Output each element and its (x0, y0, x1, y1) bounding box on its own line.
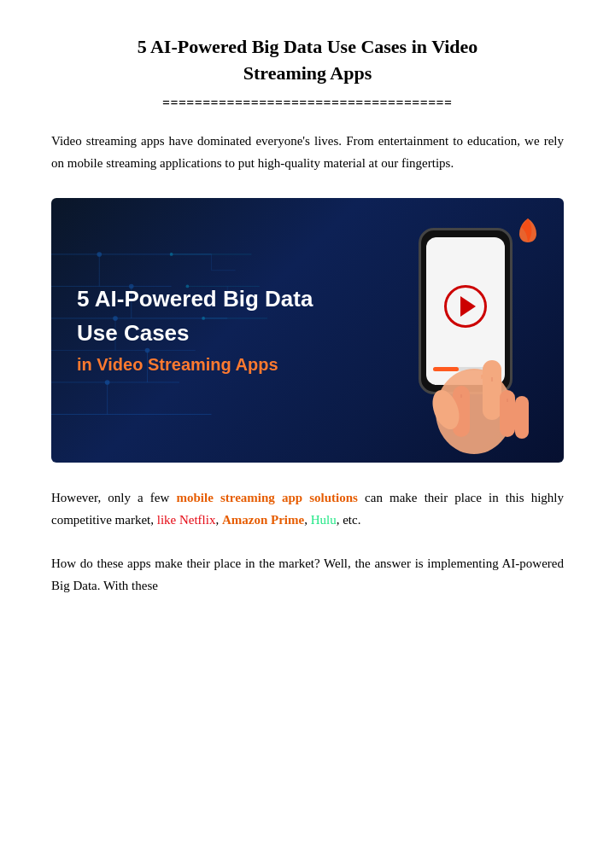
netflix-link[interactable]: like Netflix (157, 513, 216, 527)
banner-text-block: 5 AI-Powered Big Data Use Cases in Video… (77, 285, 313, 376)
banner-title-line1: 5 AI-Powered Big Data (77, 285, 313, 314)
hulu-link[interactable]: Hulu (311, 513, 337, 527)
banner-logo (512, 215, 543, 246)
svg-rect-27 (483, 360, 501, 420)
page-container: 5 AI-Powered Big Data Use Cases in Video… (0, 0, 615, 651)
intro-paragraph: Video streaming apps have dominated ever… (51, 130, 564, 175)
divider: ==================================== (51, 96, 564, 109)
svg-point-11 (97, 252, 102, 257)
svg-rect-29 (500, 390, 515, 437)
article-title: 5 AI-Powered Big Data Use Cases in Video… (51, 34, 564, 87)
banner-subtitle: in Video Streaming Apps (77, 353, 313, 376)
body-paragraph-2: How do these apps make their place in th… (51, 552, 564, 597)
body-paragraph-1: However, only a few mobile streaming app… (51, 486, 564, 532)
hand-svg (401, 300, 547, 454)
svg-point-15 (105, 380, 110, 385)
banner-title-line2: Use Cases (77, 319, 313, 348)
banner-image: 5 AI-Powered Big Data Use Cases in Video… (51, 198, 564, 463)
svg-rect-30 (515, 396, 529, 439)
amazon-link[interactable]: Amazon Prime (222, 513, 304, 527)
phone-hand-illustration: PLAY (367, 211, 538, 450)
mobile-streaming-link[interactable]: mobile streaming app solutions (176, 491, 357, 504)
